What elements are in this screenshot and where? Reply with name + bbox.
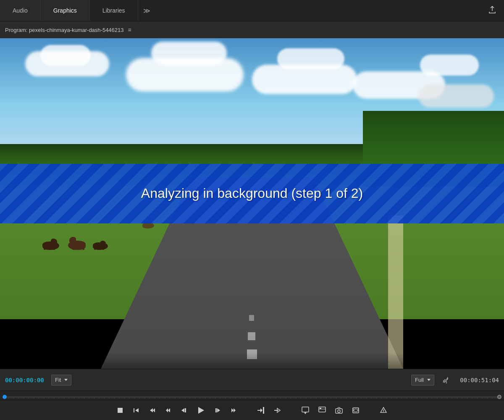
fit-chevron-icon [64,379,68,381]
svg-marker-13 [231,408,234,412]
svg-marker-6 [166,408,168,412]
step-forward-1-button[interactable] [211,404,224,416]
program-menu-icon[interactable]: ≡ [128,26,131,33]
step-back-1-button[interactable] [177,404,191,416]
road-mark-3 [249,315,254,321]
svg-marker-10 [198,407,204,414]
svg-marker-7 [168,408,170,412]
svg-marker-21 [304,412,307,414]
stop-icon [117,407,123,414]
animal-3 [91,239,110,250]
svg-rect-29 [353,410,354,411]
tab-libraries[interactable]: Libraries [90,0,138,21]
tab-graphics[interactable]: Graphics [41,0,90,21]
svg-rect-22 [319,407,326,412]
overwrite-icon [274,407,281,414]
full-label: Full [415,377,424,383]
svg-point-26 [338,410,340,412]
analyzing-text: Analyzing in background (step 1 of 2) [141,186,363,201]
add-marker-icon [380,407,387,414]
lift-button[interactable] [298,404,312,417]
extract-button[interactable] [315,404,329,417]
step-back-frame-button[interactable] [145,404,159,416]
overwrite-button[interactable] [270,404,285,417]
insert-icon [257,407,265,414]
svg-marker-8 [181,408,184,412]
cloud-9 [418,84,494,108]
svg-rect-9 [185,408,186,412]
svg-rect-3 [134,408,134,412]
export-icon [488,5,496,14]
svg-rect-27 [353,408,359,413]
road-shoulder [388,215,403,369]
svg-rect-32 [354,409,357,412]
svg-rect-31 [358,410,359,411]
step-back-in-button[interactable] [129,404,143,416]
fit-dropdown[interactable]: Fit [51,375,71,386]
snapshot-button[interactable] [332,404,346,417]
tabs-overflow-button[interactable]: ≫ [138,0,484,21]
go-to-out-button[interactable] [227,404,240,416]
svg-marker-4 [150,408,153,412]
timecode-end: 00:00:51:04 [457,377,499,383]
step-forward-1-icon [214,407,221,414]
cloud-8 [420,55,479,76]
go-to-out-icon [230,407,237,414]
svg-rect-1 [118,408,123,413]
cloud-2 [40,45,91,66]
svg-marker-5 [153,408,155,412]
svg-rect-12 [215,408,217,412]
step-back-frame-icon [149,407,155,414]
svg-marker-16 [260,408,262,412]
program-bar: Program: pexels-chinmaya-kumar-dash-5446… [0,21,504,38]
tab-graphics-label: Graphics [53,7,77,14]
camera-icon [335,407,343,414]
svg-marker-2 [135,408,139,412]
road-mark-2 [248,332,255,340]
go-to-in-icon [165,407,171,414]
add-marker-button[interactable] [376,404,391,417]
road-mark-1 [247,349,257,359]
svg-point-35 [383,411,384,412]
timecode-start: 00:00:00:00 [5,377,47,383]
overflow-icon: ≫ [143,7,150,15]
settings-button[interactable] [438,374,453,386]
svg-rect-17 [263,407,264,414]
transport-bar [0,400,504,420]
svg-marker-14 [234,408,236,412]
step-back-in-icon [133,407,139,414]
animal-1 [40,238,61,250]
go-to-in-button[interactable] [161,404,175,416]
svg-rect-18 [274,410,278,411]
animal-2 [65,236,88,250]
insert-button[interactable] [254,404,268,417]
svg-rect-30 [358,409,359,410]
cloud-4 [151,42,227,65]
extract-icon [318,407,326,414]
filmstrip-button[interactable] [349,404,363,417]
tab-audio-label: Audio [13,7,28,14]
cloud-6 [277,48,344,69]
top-tabs-bar: Audio Graphics Libraries ≫ [0,0,504,21]
step-back-1-icon [181,407,187,414]
stop-button[interactable] [113,404,127,416]
full-chevron-icon [427,379,430,381]
full-dropdown[interactable]: Full [411,375,434,386]
timeline-end-marker [497,395,501,399]
filmstrip-icon [352,407,360,414]
analyzing-banner: Analyzing in background (step 1 of 2) [0,164,504,223]
tab-audio[interactable]: Audio [0,0,41,21]
program-label: Program: pexels-chinmaya-kumar-dash-5446… [5,27,124,33]
play-button[interactable] [193,404,208,417]
fit-label: Fit [55,377,61,383]
timeline-playhead[interactable] [3,395,7,399]
timeline-bar[interactable] [0,391,504,400]
controls-bar: 00:00:00:00 Fit Full 00:00:51:04 [0,369,504,391]
lift-icon [302,407,309,414]
svg-rect-20 [302,407,309,412]
export-button[interactable] [484,3,501,18]
animals [40,236,110,250]
svg-rect-28 [353,409,354,410]
svg-marker-11 [217,408,220,412]
video-preview: Analyzing in background (step 1 of 2) [0,38,504,369]
